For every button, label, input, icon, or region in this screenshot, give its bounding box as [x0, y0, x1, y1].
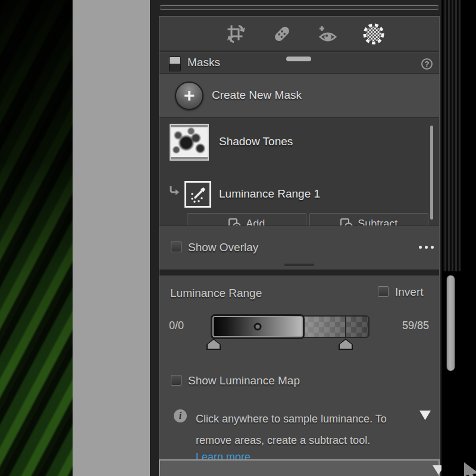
- masking-panel: Masks ? + Create New Mask Shadow Tones: [159, 16, 440, 459]
- create-new-mask-label: Create New Mask: [212, 89, 302, 102]
- mask-thumbnail-luminance-range[interactable]: [184, 181, 211, 208]
- masks-panel-header[interactable]: Masks ?: [159, 53, 439, 74]
- crop-rotate-icon: [226, 23, 247, 45]
- slider-center-knob[interactable]: [253, 323, 261, 331]
- more-options-icon[interactable]: [419, 246, 434, 249]
- red-eye-icon: [317, 23, 339, 45]
- luminance-range-section: Luminance Range Invert 0/0 59/85: [159, 275, 439, 459]
- collapsed-panel-strip[interactable]: [160, 5, 439, 10]
- masking-icon: [362, 22, 385, 46]
- plus-icon[interactable]: +: [175, 82, 203, 110]
- mask-list: Shadow Tones: [159, 118, 439, 226]
- next-panel-header[interactable]: [159, 459, 440, 476]
- panel-edge-gap: [150, 0, 159, 476]
- help-icon[interactable]: ?: [421, 58, 433, 70]
- window-edge-strip: [441, 0, 476, 476]
- info-collapse-triangle-icon[interactable]: [419, 411, 431, 420]
- slider-handle-left[interactable]: [206, 339, 221, 350]
- lightroom-develop-right-rail: Masks ? + Create New Mask Shadow Tones: [0, 0, 476, 476]
- healing-tool-button[interactable]: [271, 23, 293, 45]
- info-text: Click anywhere to sample luminance. To r…: [196, 408, 403, 451]
- slider-core-range[interactable]: [211, 314, 305, 339]
- crop-rotate-tool-button[interactable]: [225, 23, 248, 45]
- mask-component-label[interactable]: Luminance Range 1: [219, 187, 320, 201]
- luminance-slider-bar[interactable]: [211, 314, 369, 339]
- slider-falloff-divider[interactable]: [345, 317, 346, 337]
- create-new-mask-row[interactable]: + Create New Mask: [159, 74, 439, 118]
- mask-thumbnail-shadow-tones[interactable]: [170, 124, 209, 161]
- slider-handle-right[interactable]: [339, 339, 353, 350]
- masking-tool-button[interactable]: [362, 23, 385, 45]
- right-panel-column: Masks ? + Create New Mask Shadow Tones: [159, 0, 441, 476]
- section-drag-handle[interactable]: [284, 264, 314, 266]
- show-luminance-map-checkbox[interactable]: [171, 375, 181, 386]
- panel-drag-handle[interactable]: [286, 57, 311, 61]
- tool-strip: [159, 17, 439, 52]
- child-component-arrow-icon: [169, 186, 180, 195]
- healing-bandaid-icon: [271, 23, 293, 45]
- scrollbar-track-texture: [443, 0, 461, 271]
- show-overlay-row: Show Overlay: [159, 226, 439, 270]
- invert-checkbox[interactable]: [378, 286, 389, 297]
- mask-glyph-icon: [169, 57, 181, 71]
- red-eye-tool-button[interactable]: [317, 23, 339, 45]
- section-divider: [159, 270, 439, 275]
- luminance-range-title: Luminance Range: [170, 287, 262, 300]
- panel-gutter: [73, 0, 150, 476]
- masks-panel-title: Masks: [187, 56, 220, 69]
- slider-falloff-fade: [298, 317, 368, 337]
- luminance-eyedropper-icon: [189, 186, 207, 203]
- slider-high-value: 59/85: [402, 320, 436, 332]
- invert-label: Invert: [395, 286, 424, 299]
- mask-list-scrollbar[interactable]: [430, 126, 433, 220]
- show-luminance-map-label: Show Luminance Map: [188, 374, 300, 387]
- slider-low-value: 0/0: [169, 320, 202, 332]
- show-overlay-label: Show Overlay: [188, 241, 258, 254]
- mask-item-label[interactable]: Shadow Tones: [219, 135, 293, 148]
- panel-scrollbar-thumb[interactable]: [446, 275, 455, 371]
- photo-canvas[interactable]: [0, 0, 73, 476]
- show-overlay-checkbox[interactable]: [171, 242, 181, 252]
- info-icon: i: [174, 409, 187, 422]
- luminance-slider[interactable]: [211, 310, 369, 347]
